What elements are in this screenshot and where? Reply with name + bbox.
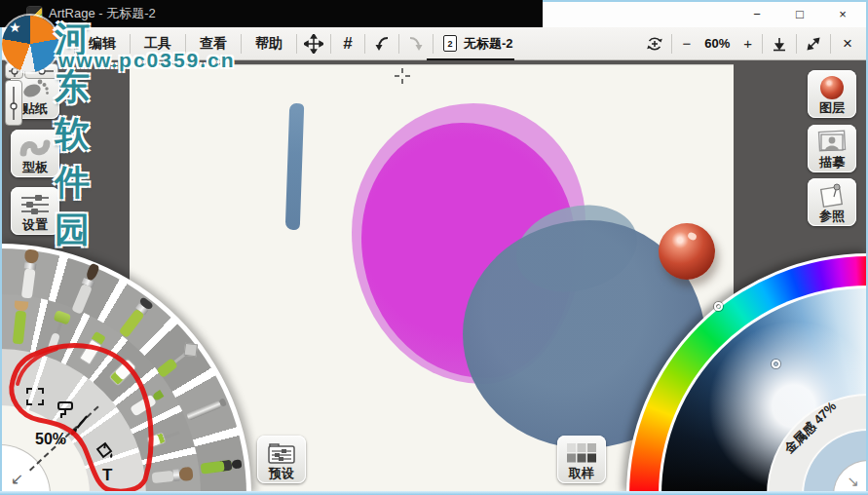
menubar: 文件 编辑 工具 查看 帮助 # 2 无标 <box>0 27 868 60</box>
menu-view[interactable]: 查看 <box>190 35 237 53</box>
workspace: 贴纸 型板 设置 图层 <box>0 60 868 495</box>
undo-icon[interactable] <box>369 33 395 55</box>
maximize-button[interactable]: □ <box>778 0 821 27</box>
collapse-arrow-icon: ↘ <box>847 473 859 490</box>
swatch-grid-icon <box>557 439 606 467</box>
settings-label: 设置 <box>22 218 48 232</box>
settings-panel-button[interactable]: 设置 <box>11 187 59 235</box>
reset-view-icon[interactable] <box>642 33 667 55</box>
menu-tools[interactable]: 工具 <box>134 35 181 53</box>
layers-panel-button[interactable]: 图层 <box>808 70 856 118</box>
window-border <box>543 0 868 2</box>
reference-label: 参照 <box>819 209 845 223</box>
selection-tool[interactable] <box>26 388 44 405</box>
divider <box>364 34 365 54</box>
pressure-slider-button[interactable] <box>5 80 22 126</box>
text-tool[interactable]: T <box>102 466 112 485</box>
grid-icon[interactable]: # <box>335 33 360 55</box>
tool-size-label: 50% <box>35 431 66 448</box>
red-sphere-layer-object <box>659 223 715 280</box>
sliders-icon <box>11 191 59 218</box>
stencil-icon <box>11 133 59 161</box>
artrage-window: ArtRage - 无标题-2 − □ × 文件 编辑 工具 查看 帮助 # <box>0 0 868 495</box>
close-button[interactable]: × <box>821 0 864 27</box>
zoom-out-button[interactable]: − <box>676 35 697 52</box>
collapse-arrow-icon: ↙ <box>11 470 23 488</box>
pan-icon[interactable] <box>301 33 326 55</box>
minimize-button[interactable]: − <box>736 0 778 27</box>
active-tab-underline <box>427 58 514 60</box>
titlebar-right: − □ × <box>543 0 868 27</box>
zoom-level: 60% <box>704 36 730 51</box>
window-border <box>0 27 2 495</box>
document-icon: 2 <box>443 35 457 52</box>
menu-help[interactable]: 帮助 <box>245 35 292 53</box>
document-title: 无标题-2 <box>464 35 513 53</box>
document-tab[interactable]: 2 无标题-2 <box>443 35 513 53</box>
presets-button[interactable]: 预设 <box>257 436 306 483</box>
crosshair-cursor <box>395 68 410 84</box>
divider <box>130 34 131 54</box>
divider <box>241 34 242 54</box>
tracing-image-icon <box>808 129 856 156</box>
layers-sphere-icon <box>808 74 856 101</box>
titlebar-left[interactable]: ArtRage - 无标题-2 <box>0 0 543 27</box>
divider <box>796 34 797 54</box>
presets-folder-icon <box>257 439 306 467</box>
divider <box>762 34 763 54</box>
pinned-photo-icon <box>808 182 856 209</box>
fit-screen-icon[interactable] <box>801 33 826 55</box>
transform-tool[interactable] <box>55 400 76 421</box>
hue-marker[interactable] <box>714 302 723 311</box>
stickers-label: 贴纸 <box>22 102 48 116</box>
color-marker[interactable] <box>772 360 780 368</box>
divider <box>398 34 399 54</box>
samples-button[interactable]: 取样 <box>557 436 606 483</box>
stencils-panel-button[interactable]: 型板 <box>11 130 59 177</box>
paint-stroke-blue <box>285 103 305 230</box>
stencils-label: 型板 <box>22 161 48 174</box>
menu-edit[interactable]: 编辑 <box>79 35 126 53</box>
precise-size-button[interactable] <box>5 62 23 79</box>
divider <box>671 34 672 54</box>
fill-tool[interactable] <box>93 439 117 462</box>
reference-panel-button[interactable]: 参照 <box>808 178 856 226</box>
redo-icon[interactable] <box>403 33 429 55</box>
size-slider-button[interactable] <box>24 63 58 79</box>
layers-label: 图层 <box>819 101 845 115</box>
window-border <box>0 491 868 495</box>
app-icon <box>27 7 42 21</box>
tracing-panel-button[interactable]: 描摹 <box>808 125 856 172</box>
divider <box>433 34 434 54</box>
window-title: ArtRage - 无标题-2 <box>49 5 156 22</box>
divider <box>296 34 297 54</box>
presets-label: 预设 <box>269 467 294 480</box>
menu-file[interactable]: 文件 <box>23 35 70 53</box>
divider <box>330 34 331 54</box>
divider <box>830 34 831 54</box>
zoom-in-button[interactable]: + <box>737 35 758 52</box>
close-workbench-icon[interactable]: × <box>835 33 860 55</box>
divider <box>74 34 75 54</box>
tracing-label: 描摹 <box>819 156 845 170</box>
samples-label: 取样 <box>569 467 594 480</box>
titlebar: ArtRage - 无标题-2 − □ × <box>0 0 868 27</box>
divider <box>185 34 186 54</box>
export-icon[interactable] <box>767 33 792 55</box>
